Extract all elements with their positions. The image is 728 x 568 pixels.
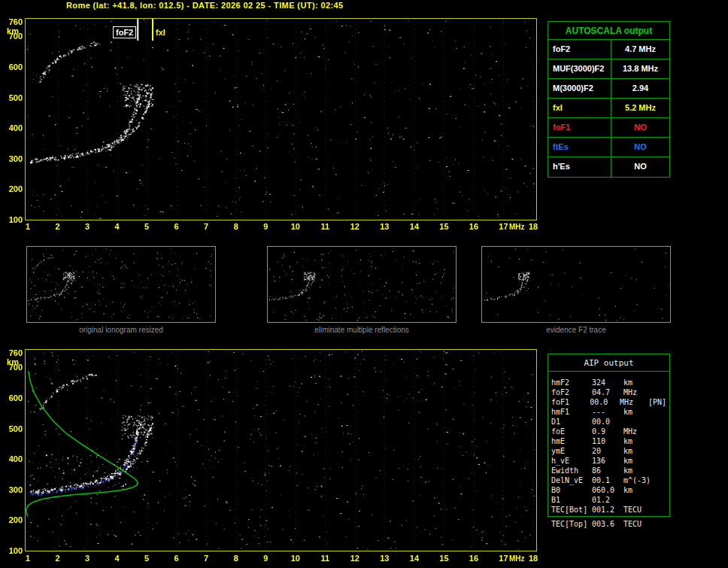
param-label: ymE — [551, 446, 592, 456]
param-value: 001.2 — [592, 505, 623, 515]
param-value: 00.0 — [592, 417, 623, 427]
param-value: 003.6 — [592, 519, 623, 529]
param-value: 5.2 MHz — [611, 99, 669, 117]
param-unit — [623, 417, 654, 427]
param-extra — [654, 378, 666, 387]
param-extra — [654, 466, 666, 475]
param-label: hmE — [551, 436, 592, 446]
page-title: Rome (lat: +41.8, lon: 012.5) - DATE: 20… — [66, 1, 344, 10]
param-extra — [654, 519, 666, 529]
autoscala-table-rows: foF24.7 MHzMUF(3000)F213.8 MHzM(3000)F22… — [548, 40, 669, 177]
param-unit: TECU — [623, 519, 654, 529]
param-extra — [654, 446, 666, 456]
param-label: D1 — [551, 417, 592, 427]
thumbnail-multiple-reflections-removed — [267, 246, 457, 323]
param-label: foE — [551, 427, 592, 436]
aip-tec-top-row: TEC[Top]003.6TECU — [548, 519, 670, 529]
param-unit: km — [623, 456, 654, 466]
aip-row: hmF2324km — [548, 378, 669, 387]
param-label: M(3000)F2 — [548, 79, 611, 98]
autoscala-row: foF24.7 MHz — [548, 40, 669, 59]
autoscala-output-table: AUTOSCALA output foF24.7 MHzMUF(3000)F21… — [548, 21, 670, 178]
aip-table-rows: hmF2324kmfoF204.7MHzfoF100.0MHz[PN]hmF1-… — [548, 372, 669, 516]
aip-row: TEC[Top]003.6TECU — [548, 519, 670, 529]
param-value: 86 — [592, 466, 623, 475]
param-extra: [PN] — [648, 397, 666, 407]
thumbnail-original-ionogram — [26, 246, 216, 323]
main-ionogram-canvas — [0, 11, 545, 241]
param-label: hmF1 — [551, 407, 592, 417]
param-value: --- — [592, 407, 623, 417]
aip-row: foE0.9MHz — [548, 427, 669, 436]
param-label: Ewidth — [551, 466, 592, 475]
aip-row: hmF1---km — [548, 407, 669, 417]
param-value: 00.1 — [592, 475, 623, 485]
param-extra — [654, 387, 666, 397]
param-value: 110 — [592, 436, 623, 446]
autoscala-row: foF1NO — [548, 118, 669, 138]
autoscala-row: M(3000)F22.94 — [548, 79, 669, 99]
param-label: ftEs — [548, 138, 611, 156]
param-unit: MHz — [623, 427, 654, 436]
aip-row: TEC[Bot]001.2TECU — [548, 505, 669, 515]
param-label: foF1 — [548, 118, 611, 137]
param-extra — [654, 417, 666, 427]
aip-row: Ewidth86km — [548, 466, 669, 475]
thumbnail-caption-1: original ionogram resized — [26, 326, 216, 334]
aip-row: h_vE136km — [548, 456, 669, 466]
param-value: 136 — [592, 456, 623, 466]
param-value: 20 — [592, 446, 623, 456]
aip-table-title: AIP output — [548, 354, 669, 372]
aip-row: foF100.0MHz[PN] — [548, 397, 669, 407]
param-label: B0 — [551, 485, 592, 495]
param-unit: km — [623, 378, 654, 387]
param-value: 00.0 — [590, 397, 620, 407]
autoscala-table-title: AUTOSCALA output — [548, 22, 669, 40]
param-label: B1 — [551, 495, 592, 505]
param-label: hmF2 — [551, 378, 592, 387]
param-extra — [654, 407, 666, 417]
param-value: NO — [611, 118, 669, 137]
param-label: TEC[Top] — [551, 519, 592, 529]
param-unit: MHz — [620, 397, 648, 407]
param-extra — [654, 427, 666, 436]
aip-output-table: AIP output hmF2324kmfoF204.7MHzfoF100.0M… — [548, 354, 670, 517]
param-label: TEC[Bot] — [551, 505, 592, 515]
param-value: 324 — [592, 378, 623, 387]
param-extra — [654, 436, 666, 446]
aip-row: DelN_vE00.1m^(-3) — [548, 475, 669, 485]
aip-row: hmE110km — [548, 436, 669, 446]
param-unit: km — [623, 407, 654, 417]
param-extra — [654, 505, 666, 515]
param-value: 01.2 — [592, 495, 623, 505]
profile-ionogram-canvas — [0, 343, 545, 568]
param-extra — [654, 456, 666, 466]
param-unit: km — [623, 436, 654, 446]
autoscala-row: MUF(3000)F213.8 MHz — [548, 59, 669, 79]
param-value: 04.7 — [592, 387, 623, 397]
param-unit: m^(-3) — [623, 475, 654, 485]
param-value: 4.7 MHz — [611, 40, 669, 59]
param-label: foF1 — [551, 397, 590, 407]
param-label: foF2 — [551, 387, 592, 397]
thumbnail-caption-3: evidence F2 trace — [481, 326, 671, 334]
param-value: 060.0 — [592, 485, 623, 495]
param-value: NO — [611, 138, 669, 156]
param-extra — [654, 495, 666, 505]
thumbnail-f2-trace-evidence — [481, 246, 671, 323]
fxI-marker-label: fxI — [156, 27, 165, 38]
param-label: foF2 — [548, 40, 611, 59]
param-value: 2.94 — [611, 79, 669, 98]
param-label: h'Es — [548, 157, 611, 177]
aip-row: B101.2 — [548, 495, 669, 505]
param-extra — [654, 485, 666, 495]
param-unit: MHz — [623, 387, 654, 397]
param-unit: km — [623, 446, 654, 456]
aip-row: D100.0 — [548, 417, 669, 427]
param-value: 13.8 MHz — [611, 59, 669, 78]
param-label: DelN_vE — [551, 475, 592, 485]
autoscala-row: h'EsNO — [548, 157, 669, 177]
param-label: MUF(3000)F2 — [548, 59, 611, 78]
aip-row: B0060.0km — [548, 485, 669, 495]
param-extra — [654, 475, 666, 485]
